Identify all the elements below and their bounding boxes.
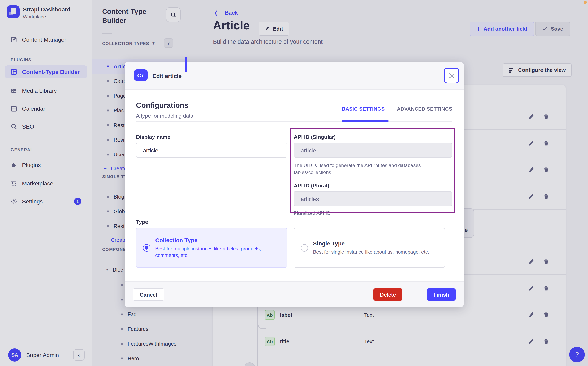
type-label: Type [136, 219, 148, 225]
finish-button[interactable]: Finish [427, 288, 456, 301]
api-id-plural-help: Pluralized API ID [294, 210, 445, 217]
api-id-singular-label: API ID (Singular) [294, 134, 336, 140]
modal-footer: Cancel Delete Finish [125, 282, 464, 307]
collection-type-option[interactable]: Collection Type Best for multiple instan… [136, 228, 287, 267]
app-window: Strapi Dashboard Workplace Content Manag… [0, 0, 588, 366]
close-button[interactable] [444, 68, 459, 83]
collection-type-title: Collection Type [155, 237, 278, 244]
active-item-indicator [185, 57, 187, 72]
cancel-button[interactable]: Cancel [133, 288, 164, 301]
radio-unselected-icon[interactable] [301, 244, 308, 252]
api-id-singular-help: The UID is used to generate the API rout… [294, 162, 445, 176]
close-icon [449, 73, 454, 78]
display-name-label: Display name [136, 134, 170, 140]
single-type-title: Single Type [313, 240, 444, 247]
radio-selected-icon[interactable] [143, 244, 150, 252]
modal-heading: Configurations [136, 101, 188, 110]
single-type-desc: Best for single instance like about us, … [313, 249, 444, 255]
modal-subheading: A type for modeling data [136, 113, 193, 119]
settings-tabs: BASIC SETTINGS ADVANCED SETTINGS [342, 106, 452, 112]
api-id-plural-input[interactable]: articles [294, 191, 452, 206]
api-id-plural-label: API ID (Plural) [294, 183, 329, 189]
display-name-input[interactable]: article [136, 143, 287, 158]
api-id-singular-input[interactable]: article [294, 143, 452, 158]
modal-title: Edit article [153, 73, 182, 79]
tab-basic-settings[interactable]: BASIC SETTINGS [342, 106, 385, 112]
status-dot-icon [583, 1, 587, 4]
content-type-badge: CT [134, 69, 147, 81]
tab-advanced-settings[interactable]: ADVANCED SETTINGS [397, 106, 452, 112]
edit-article-modal: CT Edit article Configurations A type fo… [125, 62, 464, 307]
active-tab-underline [342, 120, 389, 122]
single-type-option[interactable]: Single Type Best for single instance lik… [294, 228, 445, 267]
collection-type-desc: Best for multiple instances like article… [155, 245, 278, 259]
delete-button[interactable]: Delete [374, 288, 403, 301]
divider [136, 121, 452, 122]
modal-header: CT Edit article [125, 62, 464, 90]
